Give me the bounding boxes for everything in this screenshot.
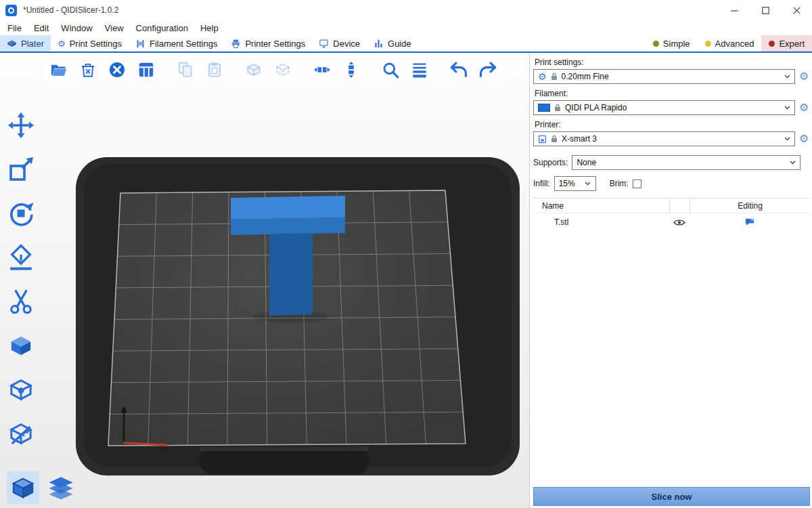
- viewport-3d[interactable]: [0, 53, 530, 508]
- undo-button[interactable]: [448, 59, 470, 81]
- paste-icon: [206, 61, 223, 79]
- printer-value: X-smart 3: [562, 134, 778, 144]
- view-switcher: [7, 471, 77, 504]
- rotate-button[interactable]: [5, 198, 37, 229]
- paste-button[interactable]: [204, 59, 225, 81]
- measure-button[interactable]: [5, 418, 37, 449]
- tab-print-settings[interactable]: ⚙ Print Settings: [51, 35, 129, 51]
- redo-button[interactable]: [477, 59, 499, 81]
- minimize-icon: [731, 7, 738, 14]
- close-button[interactable]: [781, 0, 812, 20]
- tab-plater[interactable]: Plater: [0, 35, 51, 51]
- mode-advanced[interactable]: Advanced: [698, 35, 762, 51]
- preview-view-button[interactable]: [45, 471, 77, 504]
- filament-combo[interactable]: QIDI PLA Rapido: [533, 100, 795, 115]
- object-list-header: Name Editing: [533, 198, 810, 213]
- menu-view[interactable]: View: [99, 22, 130, 35]
- scale-button[interactable]: [5, 154, 37, 185]
- 3d-view-cube-icon: [10, 475, 36, 501]
- measure-icon: [7, 420, 35, 447]
- cut-button[interactable]: [5, 286, 37, 317]
- print-settings-combo[interactable]: ⚙ 0.20mm Fine: [533, 69, 795, 84]
- menu-configuration[interactable]: Configuration: [130, 22, 194, 35]
- tabbar: Plater ⚙ Print Settings Filament Setting…: [0, 35, 812, 53]
- left-toolbar: [5, 110, 37, 449]
- filament-color-swatch: [538, 104, 550, 112]
- supports-combo[interactable]: None: [572, 155, 800, 170]
- close-icon: [793, 7, 800, 14]
- minimize-button[interactable]: [719, 0, 750, 20]
- advanced-mode-dot-icon: [705, 41, 711, 47]
- settings-sidebar: Print settings: ⚙ 0.20mm Fine ⚙ Filament…: [530, 53, 812, 508]
- printer-gear-button[interactable]: ⚙: [798, 133, 810, 144]
- variable-layer-height-button[interactable]: [409, 59, 430, 81]
- editing-toggle[interactable]: [690, 218, 810, 227]
- add-instance-button[interactable]: [243, 59, 265, 81]
- print-settings-tab-icon: ⚙: [58, 39, 66, 48]
- plater-icon: [7, 39, 17, 49]
- mode-simple[interactable]: Simple: [646, 35, 698, 51]
- split-objects-button[interactable]: [311, 59, 333, 81]
- window-controls: [719, 0, 812, 20]
- brim-checkbox[interactable]: [633, 179, 641, 188]
- name-column-header: Name: [533, 201, 669, 211]
- filament-value: QIDI PLA Rapido: [565, 103, 778, 112]
- search-button[interactable]: [380, 59, 401, 81]
- tab-printer-settings[interactable]: Printer Settings: [224, 35, 312, 51]
- brim-label: Brim:: [610, 179, 629, 188]
- infill-label: Infill:: [533, 179, 550, 188]
- scale-icon: [7, 156, 35, 183]
- open-button[interactable]: [48, 59, 70, 81]
- arrange-button[interactable]: [135, 59, 157, 81]
- infill-combo[interactable]: 15%: [554, 176, 596, 191]
- remove-instance-button[interactable]: [272, 59, 294, 81]
- maximize-button[interactable]: [750, 0, 781, 20]
- split-parts-icon: [342, 61, 360, 79]
- object-list: Name Editing T.stl: [533, 198, 810, 487]
- delete-all-button[interactable]: [106, 59, 128, 81]
- filament-gear-button[interactable]: ⚙: [798, 102, 810, 113]
- search-icon: [382, 61, 399, 79]
- titlebar: *Untitled - QIDISlicer-1.0.2: [0, 0, 812, 20]
- mode-expert[interactable]: Expert: [761, 35, 812, 51]
- print-settings-gear-button[interactable]: ⚙: [798, 71, 810, 82]
- top-toolbar: [42, 56, 505, 83]
- place-on-face-icon: [7, 244, 35, 271]
- guide-icon: [374, 39, 384, 49]
- slice-now-button[interactable]: Slice now: [533, 487, 810, 506]
- seam-button[interactable]: [5, 374, 37, 405]
- device-icon: [319, 39, 329, 49]
- tab-filament-settings[interactable]: Filament Settings: [129, 35, 224, 51]
- printer-label: Printer:: [535, 120, 810, 129]
- paint-supports-button[interactable]: [5, 330, 37, 361]
- object-row[interactable]: T.stl: [533, 213, 810, 231]
- copy-button[interactable]: [175, 59, 196, 81]
- print-settings-value: 0.20mm Fine: [562, 72, 778, 81]
- split-parts-button[interactable]: [340, 59, 362, 81]
- tab-guide[interactable]: Guide: [367, 35, 418, 51]
- place-on-face-button[interactable]: [5, 242, 37, 273]
- printer-combo[interactable]: X-smart 3: [533, 131, 795, 146]
- delete-button[interactable]: [77, 59, 99, 81]
- remove-instance-icon: [274, 61, 292, 79]
- menu-edit[interactable]: Edit: [28, 22, 55, 35]
- menu-window[interactable]: Window: [55, 22, 98, 35]
- expert-mode-dot-icon: [769, 41, 775, 47]
- supports-label: Supports:: [533, 158, 568, 167]
- menu-file[interactable]: File: [1, 22, 28, 35]
- printer-icon: [231, 39, 241, 49]
- 3d-editor-view-button[interactable]: [7, 471, 39, 504]
- lock-icon: [554, 104, 561, 112]
- move-button[interactable]: [5, 110, 37, 141]
- lock-icon: [551, 72, 558, 81]
- menu-help[interactable]: Help: [194, 22, 225, 35]
- undo-icon: [449, 60, 468, 79]
- print-settings-label: Print settings:: [535, 58, 810, 67]
- visibility-column-header: [669, 198, 690, 213]
- move-icon: [7, 112, 35, 139]
- tab-device[interactable]: Device: [312, 35, 367, 51]
- build-plate-scene: [0, 53, 530, 508]
- mode-switcher: Simple Advanced Expert: [646, 35, 812, 51]
- printer-small-icon: [538, 135, 547, 144]
- visibility-toggle[interactable]: [669, 219, 690, 226]
